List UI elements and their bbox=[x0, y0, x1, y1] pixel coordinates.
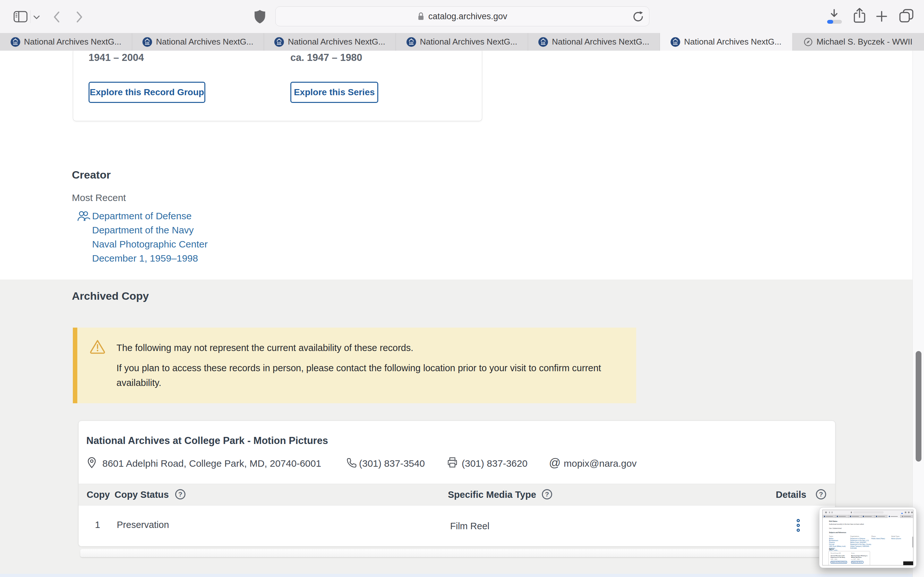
details-help-icon[interactable]: ? bbox=[816, 489, 826, 500]
copy-status-help-icon[interactable]: ? bbox=[175, 489, 186, 500]
facility-card: National Archives at College Park - Moti… bbox=[78, 421, 835, 546]
availability-warning: The following may not represent the curr… bbox=[73, 327, 636, 403]
facility-phone-link[interactable]: (301) 837-3540 bbox=[359, 458, 425, 469]
tab-archives-3[interactable]: National Archives NextG... bbox=[264, 33, 396, 51]
mini-url-bar bbox=[853, 511, 884, 514]
tab-label: National Archives NextG... bbox=[420, 37, 517, 47]
tab-label: Michael S. Byczek - WWII bbox=[817, 37, 913, 47]
organization-icon bbox=[77, 210, 90, 223]
mini-plus-icon bbox=[908, 512, 909, 513]
col-details: Details bbox=[776, 490, 806, 500]
mini-places-header: Places bbox=[871, 536, 876, 537]
download-progress-bar bbox=[827, 20, 842, 24]
creator-link-line-1[interactable]: Department of Defense bbox=[92, 209, 208, 223]
cell-media-type: Film Reel bbox=[450, 521, 489, 532]
mini-share-icon bbox=[905, 512, 906, 513]
mini-explore-series-button: Explore this Series bbox=[851, 561, 863, 564]
mini-orgs-header: Organizations bbox=[850, 536, 859, 537]
cell-copy-number: 1 bbox=[95, 520, 100, 530]
archives-favicon bbox=[142, 37, 152, 47]
downloads-button[interactable] bbox=[828, 8, 841, 20]
mini-forward-icon bbox=[832, 512, 833, 513]
tab-archives-5[interactable]: National Archives NextG... bbox=[528, 33, 660, 51]
forward-button[interactable] bbox=[75, 11, 84, 23]
mini-scrollbar-thumb bbox=[913, 537, 913, 548]
privacy-report-button[interactable] bbox=[254, 9, 266, 24]
reload-icon bbox=[632, 10, 645, 23]
warning-line-1: The following may not represent the curr… bbox=[116, 343, 413, 353]
mini-record-group-kind: Record Group 428 bbox=[830, 553, 841, 554]
reload-button[interactable] bbox=[632, 10, 645, 24]
part-of-card: 1941 – 2004 ca. 1947 – 1980 Explore this… bbox=[73, 51, 482, 121]
facility-fax-link[interactable]: (301) 837-3620 bbox=[462, 458, 527, 469]
tab-overview-icon bbox=[899, 9, 914, 23]
record-group-date: 1941 – 2004 bbox=[89, 52, 144, 63]
mini-tab bbox=[861, 515, 874, 518]
tab-archives-6-active[interactable]: National Archives NextG... bbox=[660, 33, 792, 51]
mini-series-kind: Series bbox=[851, 553, 855, 554]
facility-email-link[interactable]: mopix@nara.gov bbox=[564, 458, 636, 469]
kebab-dot bbox=[796, 519, 800, 522]
explore-series-button[interactable]: Explore this Series bbox=[290, 82, 378, 103]
col-specific-media-type: Specific Media Type bbox=[448, 490, 536, 500]
mini-edit-status-heading: Edit Status bbox=[829, 520, 837, 522]
warning-accent-bar bbox=[73, 327, 78, 403]
table-header-row: Copy Copy Status ? Specific Media Type ?… bbox=[79, 484, 835, 506]
tab-overview-button[interactable] bbox=[898, 8, 914, 23]
tab-archives-4[interactable]: National Archives NextG... bbox=[396, 33, 528, 51]
chevron-down-icon bbox=[33, 15, 40, 19]
creator-link-line-4[interactable]: December 1, 1959–1998 bbox=[92, 251, 208, 266]
tab-archives-2[interactable]: National Archives NextG... bbox=[132, 33, 264, 51]
new-tab-button[interactable] bbox=[875, 10, 889, 23]
compass-favicon bbox=[804, 37, 813, 47]
mini-series-title: Moving Images Relating to Military Activ… bbox=[851, 555, 867, 558]
mini-part-of-heading: Part of bbox=[829, 548, 834, 550]
mini-tabs-icon bbox=[911, 512, 913, 513]
warning-paragraph: If you plan to access these records in p… bbox=[116, 361, 617, 390]
creator-link-line-3[interactable]: Naval Photographic Center bbox=[92, 237, 208, 251]
back-button[interactable] bbox=[52, 11, 61, 23]
media-type-help-icon[interactable]: ? bbox=[542, 489, 552, 500]
next-section-strip bbox=[0, 574, 913, 577]
download-progress-fill bbox=[827, 20, 833, 24]
kebab-dot bbox=[796, 524, 800, 527]
sidebar-menu-button[interactable] bbox=[33, 15, 40, 20]
url-field[interactable]: catalog.archives.gov bbox=[275, 6, 649, 26]
tab-archives-1[interactable]: National Archives NextG... bbox=[0, 33, 132, 51]
creator-link-line-2[interactable]: Department of the Navy bbox=[92, 223, 208, 237]
tab-label: National Archives NextG... bbox=[156, 37, 253, 47]
mini-series-date: ca. 1947 - 1980 bbox=[851, 559, 859, 560]
mini-media-header: Media Types bbox=[891, 536, 899, 537]
tab-label: National Archives NextG... bbox=[24, 37, 121, 47]
plus-icon bbox=[875, 10, 888, 23]
mini-edit-status-text: Audiovisual record(s) in this item have … bbox=[829, 524, 864, 525]
mini-shield-icon bbox=[851, 512, 852, 513]
lock-icon bbox=[417, 11, 425, 21]
facility-name: National Archives at College Park - Moti… bbox=[86, 435, 328, 446]
forward-chevron-icon bbox=[76, 11, 83, 23]
series-date: ca. 1947 – 1980 bbox=[290, 52, 362, 63]
screenshot-preview-thumbnail[interactable]: Edit Status Audiovisual record(s) in thi… bbox=[819, 507, 917, 568]
mini-window: Edit Status Audiovisual record(s) in thi… bbox=[822, 510, 913, 566]
mini-tab bbox=[822, 515, 835, 518]
share-button[interactable] bbox=[852, 7, 867, 24]
creator-link[interactable]: Department of Defense Department of the … bbox=[92, 209, 208, 266]
mini-tab bbox=[835, 515, 848, 518]
mini-explore-record-group-button: Explore this Record Group bbox=[830, 561, 847, 564]
sidebar-toggle-button[interactable] bbox=[13, 10, 28, 23]
tab-byczek[interactable]: Michael S. Byczek - WWII bbox=[792, 33, 924, 51]
tab-label: National Archives NextG... bbox=[552, 37, 649, 47]
at-sign-icon: @ bbox=[549, 456, 561, 470]
creator-heading: Creator bbox=[72, 169, 111, 181]
mini-record-group-title: General Records of the Department of the… bbox=[830, 555, 845, 558]
shield-icon bbox=[254, 10, 266, 24]
browser-toolbar: catalog.archives.gov bbox=[0, 0, 924, 33]
phone-icon bbox=[346, 458, 357, 470]
scrollbar-track[interactable] bbox=[913, 51, 924, 577]
scrollbar-thumb[interactable] bbox=[916, 351, 921, 462]
mini-tab bbox=[901, 515, 913, 518]
url-text: catalog.archives.gov bbox=[428, 11, 507, 21]
explore-record-group-button[interactable]: Explore this Record Group bbox=[89, 82, 205, 103]
row-details-kebab-button[interactable] bbox=[796, 519, 800, 533]
next-card-strip bbox=[80, 549, 834, 557]
